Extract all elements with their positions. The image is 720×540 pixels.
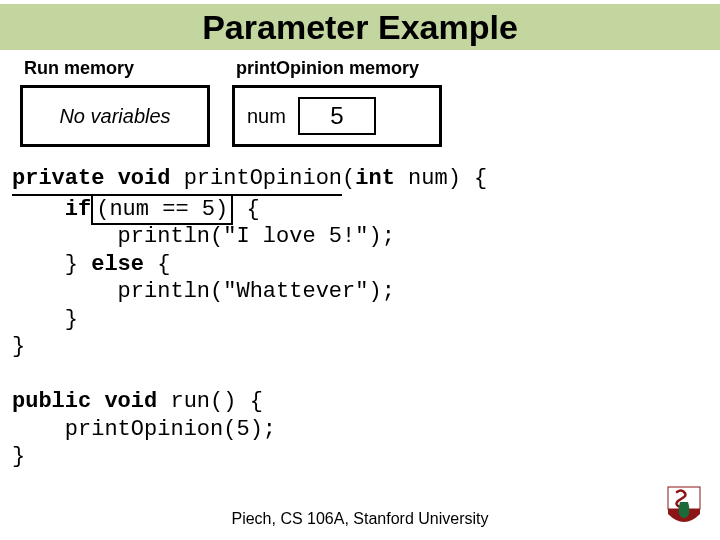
kw-void-run: void (104, 389, 157, 414)
param-tail: num) { (395, 166, 487, 191)
line-whatever: println("Whattever"); (12, 279, 395, 304)
kw-public: public (12, 389, 91, 414)
if-tail: { (233, 197, 259, 222)
code-block: private void printOpinion(int num) { if(… (0, 147, 720, 471)
condition-box: (num == 5) (91, 194, 233, 226)
printopinion-memory-header: printOpinion memory (232, 58, 442, 79)
run-memory-column: Run memory No variables (20, 58, 210, 147)
run-sig: run() { (170, 389, 262, 414)
brace-inner: } (12, 307, 78, 332)
run-memory-box: No variables (20, 85, 210, 147)
kw-else: else (91, 252, 144, 277)
run-close: } (12, 444, 25, 469)
line-love: println("I love 5!"); (12, 224, 395, 249)
title-band: Parameter Example (0, 4, 720, 50)
footer-text: Piech, CS 106A, Stanford University (0, 510, 720, 528)
memory-row: Run memory No variables printOpinion mem… (0, 50, 720, 147)
else-tail: { (144, 252, 170, 277)
variable-label: num (247, 105, 286, 128)
printopinion-memory-box: num 5 (232, 85, 442, 147)
kw-if: if (65, 197, 91, 222)
variable-value: 5 (330, 102, 343, 130)
run-memory-header: Run memory (20, 58, 210, 79)
no-variables-text: No variables (59, 105, 170, 128)
else-pre: } (12, 252, 91, 277)
fn-name: printOpinion (184, 166, 342, 191)
paren-open: ( (342, 166, 355, 191)
slide-title: Parameter Example (202, 8, 518, 47)
stanford-logo-icon (664, 484, 704, 528)
printopinion-memory-column: printOpinion memory num 5 (232, 58, 442, 147)
kw-private: private (12, 166, 104, 191)
variable-value-box: 5 (298, 97, 376, 135)
kw-void: void (118, 166, 171, 191)
kw-int: int (355, 166, 395, 191)
signature-underline: private void printOpinion (12, 165, 342, 196)
run-call: printOpinion(5); (12, 417, 276, 442)
brace-outer: } (12, 334, 25, 359)
